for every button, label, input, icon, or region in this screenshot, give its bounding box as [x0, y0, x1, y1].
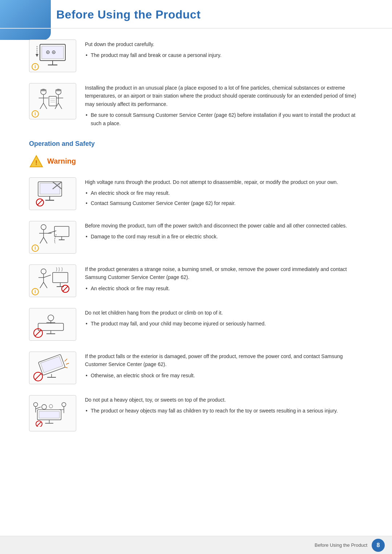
children-text: Do not let children hang from the produc…	[85, 308, 363, 330]
put-down-icon: i	[29, 40, 76, 72]
icon-info-circle-3: i	[32, 245, 39, 252]
svg-text:!: !	[35, 159, 37, 167]
falls-text: If the product falls or the exterior is …	[85, 352, 363, 381]
svg-line-40	[44, 237, 47, 243]
heavy-icon	[29, 395, 76, 431]
svg-line-63	[35, 330, 41, 336]
high-voltage-bullet-2: Contact Samsung Customer Service Center …	[85, 199, 363, 207]
svg-line-72	[35, 374, 41, 379]
put-down-main: Put down the product carefully.	[85, 40, 363, 48]
falls-main: If the product falls or the exterior is …	[85, 352, 363, 369]
moving-text: Before moving the product, turn off the …	[85, 221, 363, 243]
moving-main: Before moving the product, turn off the …	[85, 222, 363, 230]
svg-line-49	[40, 282, 44, 288]
svg-rect-51	[53, 272, 68, 283]
svg-rect-56	[38, 323, 64, 331]
falls-bullets: Otherwise, an electric shock or fire may…	[85, 372, 363, 379]
noise-icon: i	[29, 264, 76, 297]
svg-point-3	[48, 52, 49, 53]
heavy-bullets: The product or heavy objects may fall as…	[85, 407, 363, 415]
svg-rect-65	[41, 356, 63, 373]
icon-info-circle-2: i	[32, 110, 39, 118]
svg-line-35	[37, 200, 42, 205]
warning-item-falls: If the product falls or the exterior is …	[29, 352, 363, 384]
children-bullets: The product may fall, and your child may…	[85, 320, 363, 328]
heavy-bullet-1: The product or heavy objects may fall as…	[85, 407, 363, 415]
unusual-place-bullets: Be sure to consult Samsung Customer Serv…	[85, 111, 363, 127]
warning-item-moving: i Before moving the product, turn off th…	[29, 221, 363, 254]
high-voltage-bullet-1: An electric shock or fire may result.	[85, 189, 363, 197]
svg-rect-21	[56, 89, 61, 91]
svg-line-20	[58, 103, 62, 109]
svg-point-36	[41, 225, 46, 230]
put-down-bullet-1: The product may fall and break or cause …	[85, 51, 363, 59]
falls-icon	[29, 352, 76, 384]
svg-line-55	[63, 286, 68, 291]
high-voltage-bullets: An electric shock or fire may result. Co…	[85, 189, 363, 207]
svg-line-69	[66, 363, 69, 364]
warning-item-heavy: Do not put a heavy object, toy, or sweet…	[29, 395, 363, 431]
noise-text: If the product generates a strange noise…	[85, 264, 363, 294]
warning-block: ! Warning	[29, 154, 363, 169]
warning-item-noise: i If the product generates a strange noi…	[29, 264, 363, 297]
svg-line-48	[44, 275, 51, 278]
noise-bullet-1: An electric shock or fire may result.	[85, 284, 363, 292]
svg-rect-42	[54, 226, 69, 237]
heavy-main: Do not put a heavy object, toy, or sweet…	[85, 396, 363, 404]
unusual-place-main: Installing the product in an unusual pla…	[85, 84, 363, 108]
unusual-place-text: Installing the product in an unusual pla…	[85, 83, 363, 129]
svg-point-59	[48, 315, 54, 321]
moving-icon: i	[29, 221, 76, 254]
moving-bullets: Damage to the cord may result in a fire …	[85, 233, 363, 241]
svg-rect-1	[42, 46, 64, 59]
page-wrapper: Before Using the Product	[0, 0, 392, 554]
moving-bullet-1: Damage to the cord may result in a fire …	[85, 233, 363, 241]
svg-rect-74	[39, 411, 60, 418]
svg-line-79	[36, 407, 41, 409]
svg-line-68	[65, 359, 67, 361]
svg-rect-15	[41, 89, 46, 91]
icon-info-circle-4: i	[32, 288, 39, 295]
falls-bullet-1: Otherwise, an electric shock or fire may…	[85, 372, 363, 379]
children-main: Do not let children hang from the produc…	[85, 309, 363, 317]
icon-info-circle: i	[32, 63, 39, 70]
svg-point-80	[42, 405, 46, 410]
warning-label: Warning	[47, 157, 76, 165]
page-title: Before Using the Product	[56, 8, 392, 21]
noise-bullets: An electric shock or fire may result.	[85, 284, 363, 292]
put-down-text: Put down the product carefully. The prod…	[85, 40, 363, 61]
svg-line-70	[65, 367, 68, 368]
svg-point-82	[62, 403, 66, 407]
page-footer: Before Using the Product 8	[0, 536, 392, 554]
high-voltage-main: High voltage runs through the product. D…	[85, 178, 363, 186]
section-item-put-down: i Put down the product carefully. The pr…	[29, 40, 363, 72]
children-icon	[29, 308, 76, 341]
svg-marker-9	[36, 54, 38, 57]
footer-chapter-label: Before Using the Product	[315, 542, 367, 548]
high-voltage-text: High voltage runs through the product. D…	[85, 177, 363, 209]
warning-item-children: Do not let children hang from the produc…	[29, 308, 363, 341]
svg-line-41	[48, 231, 56, 233]
svg-point-45	[41, 269, 46, 274]
noise-main: If the product generates a strange noise…	[85, 265, 363, 282]
svg-point-81	[49, 405, 53, 408]
svg-line-13	[40, 103, 43, 109]
high-voltage-icon	[29, 177, 76, 210]
put-down-bullets: The product may fall and break or cause …	[85, 51, 363, 59]
svg-rect-22	[49, 96, 57, 106]
svg-line-86	[37, 422, 41, 426]
footer-page-number: 8	[372, 539, 385, 552]
operation-safety-heading: Operation and Safety	[29, 140, 363, 148]
main-content: i Put down the product carefully. The pr…	[0, 40, 392, 431]
svg-point-77	[34, 403, 38, 407]
unusual-place-bullet-1: Be sure to consult Samsung Customer Serv…	[85, 111, 363, 127]
svg-line-14	[44, 103, 47, 109]
children-bullet-1: The product may fall, and your child may…	[85, 320, 363, 328]
unusual-place-icon: i	[29, 83, 76, 119]
section-item-unusual-place: i Installing the product in an unusual p…	[29, 83, 363, 129]
svg-line-50	[44, 282, 47, 288]
svg-point-5	[53, 52, 54, 53]
warning-triangle-icon: !	[29, 154, 44, 169]
svg-line-39	[40, 237, 44, 243]
heavy-text: Do not put a heavy object, toy, or sweet…	[85, 395, 363, 417]
